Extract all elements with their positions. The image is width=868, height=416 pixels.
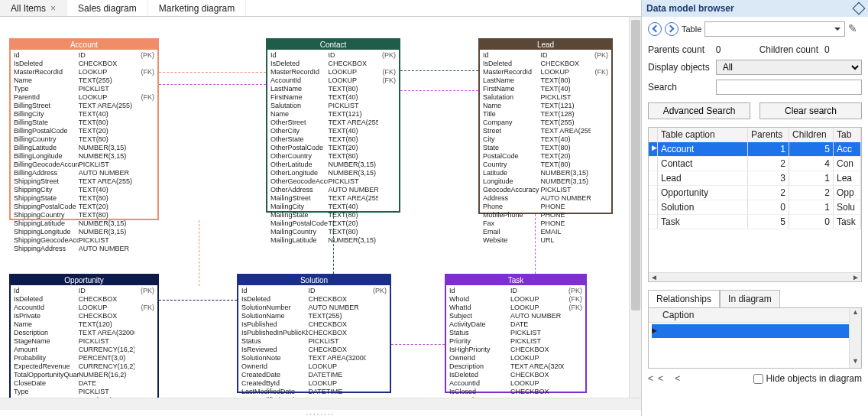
tab-relationships[interactable]: Relationships bbox=[648, 290, 720, 307]
entity-field: ShippingGeocodeAccuracyPICKLIST bbox=[14, 236, 154, 245]
tables-grid-hscroll[interactable]: ◄► bbox=[649, 272, 861, 281]
toolbar-label: Table bbox=[682, 24, 701, 34]
table-row[interactable]: Solution01Solu bbox=[649, 200, 861, 215]
entity-field: WhatIdLOOKUP(FK) bbox=[449, 304, 582, 312]
relationships-vscroll[interactable]: ▲▼ bbox=[849, 308, 861, 368]
entity-field: MobilePhonePHONE bbox=[483, 211, 608, 219]
entity-field: IdID(PK) bbox=[483, 51, 608, 60]
nav-back-icon[interactable] bbox=[648, 22, 662, 36]
table-row[interactable]: ▶Account15Acc bbox=[649, 142, 861, 157]
entity-solution[interactable]: SolutionIdID(PK)IsDeletedCHECKBOXSolutio… bbox=[237, 274, 391, 393]
row-indicator-icon: ▶ bbox=[652, 327, 657, 334]
splitter-handle[interactable]: ········ bbox=[0, 410, 641, 416]
entity-field: CountryTEXT(80) bbox=[483, 161, 608, 169]
display-objects-select[interactable]: All bbox=[716, 60, 862, 75]
pager[interactable]: << < bbox=[648, 373, 685, 384]
entity-field: OtherLongitudeNUMBER(3,15) bbox=[270, 169, 396, 177]
relationships-grid[interactable]: Caption ▶ ▲▼ bbox=[648, 307, 862, 369]
entity-title: Contact bbox=[267, 40, 399, 50]
entity-field: BillingStateTEXT(80) bbox=[14, 119, 154, 127]
entity-field: CompanyTEXT(255) bbox=[483, 119, 608, 127]
hide-objects-checkbox[interactable]: Hide objects in diagram bbox=[753, 373, 862, 384]
entity-field: StreetTEXT AREA(255) bbox=[483, 127, 608, 135]
entity-title: Account bbox=[11, 40, 157, 50]
tab-in-diagram[interactable]: In diagram bbox=[720, 290, 780, 307]
entity-field: SubjectAUTO NUMBER bbox=[449, 312, 582, 320]
entity-field: OtherCountryTEXT(80) bbox=[270, 152, 396, 161]
table-dropdown[interactable] bbox=[704, 21, 845, 37]
entity-field: LongitudeNUMBER(3,15) bbox=[483, 177, 608, 186]
close-icon[interactable]: × bbox=[50, 3, 56, 14]
search-input[interactable] bbox=[716, 80, 862, 95]
pin-icon[interactable] bbox=[853, 2, 866, 15]
entity-field: WebsiteURL bbox=[483, 236, 608, 245]
entity-title: Solution bbox=[238, 275, 390, 285]
entity-field: TypePICKLIST bbox=[14, 85, 154, 93]
table-row[interactable]: Task50Task bbox=[649, 215, 861, 229]
entity-field: OtherStreetTEXT AREA(255) bbox=[270, 119, 396, 127]
entity-field: AccountIdLOOKUP bbox=[449, 379, 582, 388]
diagram-canvas[interactable]: AccountIdID(PK)IsDeletedCHECKBOXMasterRe… bbox=[0, 17, 641, 398]
entity-field: LastModifiedDateDATETIME bbox=[241, 388, 387, 396]
entity-field: IsDeletedCHECKBOX bbox=[483, 60, 608, 68]
entity-field: BillingCountryTEXT(80) bbox=[14, 135, 154, 144]
entity-field: ShippingLatitudeNUMBER(3,15) bbox=[14, 219, 154, 228]
entity-lead[interactable]: LeadIdID(PK)IsDeletedCHECKBOXMasterRecor… bbox=[478, 38, 613, 214]
entity-field: IsDeletedCHECKBOX bbox=[14, 295, 154, 304]
canvas-hscroll[interactable] bbox=[0, 398, 641, 410]
entity-field: OtherCityTEXT(40) bbox=[270, 127, 396, 135]
entity-account[interactable]: AccountIdID(PK)IsDeletedCHECKBOXMasterRe… bbox=[9, 38, 159, 220]
entity-opportunity[interactable]: OpportunityIdID(PK)IsDeletedCHECKBOXAcco… bbox=[9, 274, 159, 398]
entity-field: IsDeletedCHECKBOX bbox=[449, 371, 582, 379]
entity-task[interactable]: TaskIdID(PK)WhoIdLOOKUP(FK)WhatIdLOOKUP(… bbox=[445, 274, 587, 393]
edit-icon[interactable] bbox=[848, 22, 862, 36]
entity-field: SalutationPICKLIST bbox=[270, 102, 396, 110]
canvas-vscroll[interactable] bbox=[629, 17, 641, 398]
nav-forward-icon[interactable] bbox=[665, 22, 679, 36]
entity-field: SolutionNoteTEXT AREA(32000) bbox=[241, 354, 387, 362]
table-row[interactable]: Lead31Lea bbox=[649, 171, 861, 186]
diagram-tab[interactable]: Marketing diagram bbox=[148, 0, 246, 16]
entity-field: CreatedByIdLOOKUP bbox=[241, 379, 387, 388]
data-model-browser-panel: Data model browser Table Parents count 0… bbox=[642, 0, 868, 416]
table-row[interactable]: Contact24Con bbox=[649, 157, 861, 171]
advanced-search-button[interactable]: Advanced Search bbox=[648, 102, 750, 119]
entity-field: FirstNameTEXT(40) bbox=[270, 93, 396, 102]
entity-field: TotalOpportunityQuantityNUMBER(16,2) bbox=[14, 371, 154, 379]
entity-field: BillingStreetTEXT AREA(255) bbox=[14, 102, 154, 110]
entity-field: MailingStreetTEXT AREA(255) bbox=[270, 194, 396, 203]
entity-field: IsPrivateCHECKBOX bbox=[14, 312, 154, 320]
diagram-tabs: All Items×Sales diagramMarketing diagram bbox=[0, 0, 641, 17]
entity-title: Opportunity bbox=[11, 275, 157, 285]
clear-search-button[interactable]: Clear search bbox=[760, 102, 862, 119]
entity-field: BillingGeocodeAccuracyPICKLIST bbox=[14, 161, 154, 169]
entity-field: TitleTEXT(128) bbox=[483, 110, 608, 119]
entity-contact[interactable]: ContactIdID(PK)IsDeletedCHECKBOXMasterRe… bbox=[266, 38, 400, 213]
entity-field: ShippingAddressAUTO NUMBER bbox=[14, 245, 154, 253]
panel-title: Data model browser bbox=[646, 3, 734, 14]
tables-grid: Table caption Parents Children Tab ▶Acco… bbox=[648, 127, 862, 282]
entity-field: IsDeletedCHECKBOX bbox=[241, 295, 387, 304]
entity-field: PriorityPICKLIST bbox=[449, 337, 582, 346]
entity-field: OtherGeocodeAccuracyPICKLIST bbox=[270, 177, 396, 186]
entity-field: IsHighPriorityCHECKBOX bbox=[449, 346, 582, 354]
entity-field: IdID(PK) bbox=[14, 287, 154, 295]
entity-field: IsClosedCHECKBOX bbox=[449, 388, 582, 396]
parents-count-label: Parents count bbox=[648, 44, 710, 55]
parents-count-value: 0 bbox=[716, 44, 753, 55]
tables-grid-header: Table caption Parents Children Tab bbox=[649, 128, 861, 142]
entity-field: IdID(PK) bbox=[241, 287, 387, 295]
entity-field: ActivityDateDATE bbox=[449, 320, 582, 329]
entity-title: Lead bbox=[480, 40, 611, 50]
entity-field: BillingAddressAUTO NUMBER bbox=[14, 169, 154, 177]
diagram-tab[interactable]: Sales diagram bbox=[67, 0, 148, 16]
entity-field: BillingLatitudeNUMBER(3,15) bbox=[14, 144, 154, 152]
entity-field: OtherStateTEXT(80) bbox=[270, 135, 396, 144]
children-count-value: 0 bbox=[824, 44, 862, 55]
entity-field: OtherPostalCodeTEXT(20) bbox=[270, 144, 396, 152]
entity-field: MailingCountryTEXT(80) bbox=[270, 228, 396, 236]
diagram-tab[interactable]: All Items× bbox=[0, 0, 67, 16]
panel-header: Data model browser bbox=[642, 0, 868, 17]
entity-field: TypePICKLIST bbox=[14, 388, 154, 396]
table-row[interactable]: Opportunity22Opp bbox=[649, 186, 861, 200]
